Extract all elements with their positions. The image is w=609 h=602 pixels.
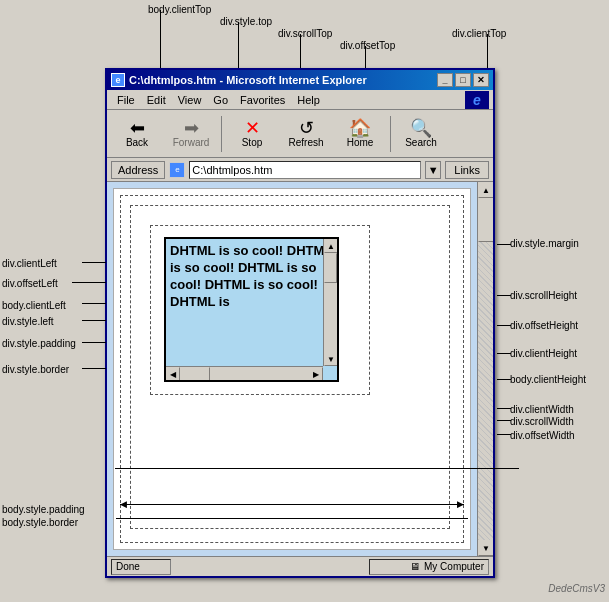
leader-div-style-margin <box>497 244 511 245</box>
page-area: DHTML is so cool! DHTML is so cool! DHTM… <box>113 188 471 550</box>
leader-div-scroll-top <box>300 34 301 68</box>
search-label: Search <box>405 137 437 148</box>
div-style-margin-label: div.style.margin <box>510 238 579 249</box>
ie-icon: e <box>111 73 125 87</box>
scroll-down-browser[interactable]: ▼ <box>478 540 493 556</box>
scroll-right-btn[interactable]: ▶ <box>309 367 323 381</box>
div-style-left-label: div.style.left <box>2 316 54 327</box>
home-button[interactable]: 🏠 Home <box>334 113 386 155</box>
div-offset-top-label: div.offsetTop <box>340 40 395 51</box>
refresh-button[interactable]: ↺ Refresh <box>280 113 332 155</box>
toolbar-sep-1 <box>221 116 222 152</box>
links-button[interactable]: Links <box>445 161 489 179</box>
menu-go[interactable]: Go <box>207 92 234 108</box>
scroll-thumb-v[interactable] <box>324 253 337 283</box>
scroll-left-btn[interactable]: ◀ <box>166 367 180 381</box>
title-bar: e C:\dhtmlpos.htm - Microsoft Internet E… <box>107 70 493 90</box>
menu-help[interactable]: Help <box>291 92 326 108</box>
status-computer: 🖥 My Computer <box>369 559 489 575</box>
div-offset-width-label: div.offsetWidth <box>510 430 575 441</box>
leader-div-offset-top <box>365 46 366 68</box>
demo-div-content: DHTML is so cool! DHTML is so cool! DHTM… <box>166 239 337 315</box>
scroll-up-btn[interactable]: ▲ <box>324 239 338 253</box>
status-done: Done <box>111 559 171 575</box>
body-style-padding-label: body.style.padding <box>2 504 85 515</box>
div-client-left-label: div.clientLeft <box>2 258 57 269</box>
menu-favorites[interactable]: Favorites <box>234 92 291 108</box>
body-client-top-label: body.clientTop <box>148 4 211 15</box>
search-button[interactable]: 🔍 Search <box>395 113 447 155</box>
body-style-border-label: body.style.border <box>2 517 78 528</box>
leader-div-offset-height <box>497 325 511 326</box>
home-icon: 🏠 <box>349 119 371 137</box>
leader-div-style-padding <box>82 342 106 343</box>
back-button[interactable]: ⬅ Back <box>111 113 163 155</box>
stop-icon: ✕ <box>245 119 260 137</box>
address-value: C:\dhtmlpos.htm <box>192 164 272 176</box>
leader-body-client-height <box>497 379 511 380</box>
div-scroll-height-label: div.scrollHeight <box>510 290 577 301</box>
leader-div-offset-left <box>72 282 106 283</box>
minimize-button[interactable]: _ <box>437 73 453 87</box>
maximize-button[interactable]: □ <box>455 73 471 87</box>
status-bar: Done 🖥 My Computer <box>107 556 493 576</box>
scroll-up-browser[interactable]: ▲ <box>478 182 493 198</box>
div-style-top-label: div.style.top <box>220 16 272 27</box>
div-client-top-right-label: div.clientTop <box>452 28 506 39</box>
back-icon: ⬅ <box>130 119 145 137</box>
div-offset-left-label: div.offsetLeft <box>2 278 58 289</box>
body-client-height-label: body.clientHeight <box>510 374 586 385</box>
leader-div-style-left <box>82 320 106 321</box>
stop-label: Stop <box>242 137 263 148</box>
arrow-right-bcw: ▶ <box>457 499 464 509</box>
back-label: Back <box>126 137 148 148</box>
div-client-height-label: div.clientHeight <box>510 348 577 359</box>
watermark: DedeCmsV3 <box>548 583 605 594</box>
scroll-track-browser-v <box>478 242 493 540</box>
div-style-border-label: div.style.border <box>2 364 69 375</box>
leader-div-client-top-r <box>487 34 488 68</box>
refresh-label: Refresh <box>288 137 323 148</box>
arrow-left-bcw: ◀ <box>120 499 127 509</box>
ie-logo: e <box>465 91 489 109</box>
stop-button[interactable]: ✕ Stop <box>226 113 278 155</box>
address-bar: Address e C:\dhtmlpos.htm ▼ Links <box>107 158 493 182</box>
ie-browser-window: e C:\dhtmlpos.htm - Microsoft Internet E… <box>105 68 495 578</box>
scroll-thumb-browser-v[interactable] <box>478 202 493 242</box>
menu-bar: File Edit View Go Favorites Help e <box>107 90 493 110</box>
scroll-down-btn[interactable]: ▼ <box>324 352 338 366</box>
forward-icon: ➡ <box>184 119 199 137</box>
menu-file[interactable]: File <box>111 92 141 108</box>
demo-div-scrollbar-v[interactable]: ▲ ▼ <box>323 239 337 366</box>
computer-icon: 🖥 <box>410 561 420 572</box>
leader-div-offset-width <box>497 434 511 435</box>
body-client-width-line <box>120 504 464 505</box>
close-button[interactable]: ✕ <box>473 73 489 87</box>
scroll-thumb-h[interactable] <box>180 367 210 381</box>
computer-label: My Computer <box>424 561 484 572</box>
div-offset-height-label: div.offsetHeight <box>510 320 578 331</box>
div-scroll-top-label: div.scrollTop <box>278 28 332 39</box>
div-style-padding-label: div.style.padding <box>2 338 76 349</box>
forward-label: Forward <box>173 137 210 148</box>
menu-edit[interactable]: Edit <box>141 92 172 108</box>
leader-div-style-border <box>82 368 106 369</box>
menu-view[interactable]: View <box>172 92 208 108</box>
leader-div-client-width <box>497 408 511 409</box>
address-input[interactable]: C:\dhtmlpos.htm <box>189 161 421 179</box>
leader-div-scroll-height <box>497 295 511 296</box>
browser-scrollbar-v[interactable]: ▲ ▼ <box>477 182 493 556</box>
leader-div-scroll-width <box>497 420 511 421</box>
toolbar: ⬅ Back ➡ Forward ✕ Stop ↺ Refresh 🏠 Home… <box>107 110 493 158</box>
demo-div-scrollbar-h[interactable]: ◀ ▶ <box>166 366 323 380</box>
demo-div: DHTML is so cool! DHTML is so cool! DHTM… <box>164 237 339 382</box>
forward-button[interactable]: ➡ Forward <box>165 113 217 155</box>
leader-body-client-top <box>160 10 161 68</box>
div-client-width-label: div.clientWidth <box>510 404 574 415</box>
window-title: C:\dhtmlpos.htm - Microsoft Internet Exp… <box>129 74 367 86</box>
leader-div-client-height <box>497 353 511 354</box>
address-icon: e <box>169 162 185 178</box>
leader-div-client-left <box>82 262 106 263</box>
address-dropdown[interactable]: ▼ <box>425 161 441 179</box>
address-label: Address <box>111 161 165 179</box>
